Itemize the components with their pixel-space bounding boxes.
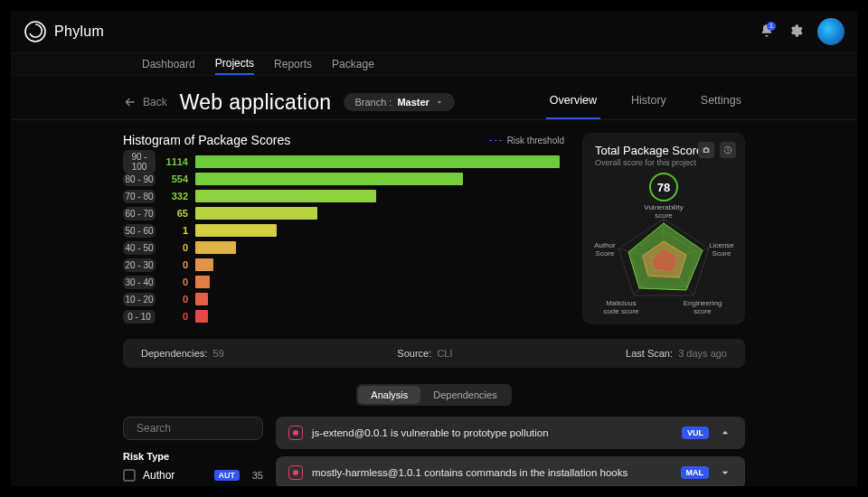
branch-selector[interactable]: Branch : Master xyxy=(344,93,454,111)
search-box[interactable] xyxy=(123,417,263,440)
chevron-down-icon xyxy=(435,98,444,107)
filter-badge: AUT xyxy=(214,470,241,481)
checkbox[interactable] xyxy=(123,469,136,482)
avatar[interactable] xyxy=(817,18,844,45)
issue-card[interactable]: js-extend@0.0.1 is vulnerable to prototy… xyxy=(276,417,745,449)
radar-label-top: Vulnerability score xyxy=(641,203,686,220)
chevron-down-icon[interactable] xyxy=(718,465,732,480)
hist-row: 60 - 7065 xyxy=(123,206,564,220)
branch-name: Master xyxy=(397,97,429,108)
bucket-count: 1 xyxy=(163,225,188,236)
issue-tag: VUL xyxy=(682,427,709,439)
tab-overview[interactable]: Overview xyxy=(546,85,600,119)
risk-threshold-legend: Risk threshold xyxy=(489,136,564,145)
score-card: Total Package Score Overall score for th… xyxy=(582,133,745,324)
bar xyxy=(195,173,463,185)
bucket-label: 10 - 20 xyxy=(123,293,156,306)
hist-row: 40 - 500 xyxy=(123,240,564,255)
issue-text: js-extend@0.0.1 is vulnerable to prototy… xyxy=(312,427,673,438)
hist-row: 90 - 1001114 xyxy=(123,155,564,169)
history-icon[interactable] xyxy=(720,142,736,158)
bucket-label: 50 - 60 xyxy=(123,224,156,238)
hist-row: 0 - 100 xyxy=(123,309,564,324)
bucket-label: 20 - 30 xyxy=(123,258,156,272)
score-value: 78 xyxy=(649,173,678,202)
back-label: Back xyxy=(143,96,167,108)
bar xyxy=(195,207,317,220)
bar xyxy=(195,258,213,271)
nav-item-projects[interactable]: Projects xyxy=(215,53,254,75)
notification-badge: 1 xyxy=(767,22,776,31)
hist-row: 80 - 90554 xyxy=(123,172,564,186)
bucket-label: 40 - 50 xyxy=(123,241,156,255)
nav-item-dashboard[interactable]: Dashboard xyxy=(142,53,195,75)
bucket-label: 30 - 40 xyxy=(123,276,156,289)
notification-icon[interactable]: 1 xyxy=(760,23,774,41)
bucket-count: 0 xyxy=(163,242,188,253)
bar xyxy=(195,293,208,305)
nav-item-reports[interactable]: Reports xyxy=(274,53,312,75)
chevron-up-icon[interactable] xyxy=(718,426,732,440)
bucket-count: 0 xyxy=(163,259,188,270)
score-subtitle: Overall score for this project xyxy=(595,158,732,167)
filter-count: 35 xyxy=(247,470,263,481)
arrow-left-icon xyxy=(123,95,137,109)
bar xyxy=(195,276,210,288)
issue-card[interactable]: mostly-harmless@1.0.1 contains commands … xyxy=(276,456,745,486)
hist-row: 50 - 601 xyxy=(123,223,564,238)
hist-row: 20 - 300 xyxy=(123,258,564,272)
bucket-label: 60 - 70 xyxy=(123,207,156,220)
filter-label: Author xyxy=(143,469,175,482)
back-button[interactable]: Back xyxy=(123,95,167,109)
bucket-count: 1114 xyxy=(163,156,188,167)
tab-history[interactable]: History xyxy=(627,85,670,119)
bar xyxy=(195,155,560,168)
logo-icon xyxy=(24,20,47,43)
radar-label-bl: Malicious code score xyxy=(599,299,643,315)
bucket-count: 332 xyxy=(163,191,188,202)
filter-row[interactable]: AuthorAUT35 xyxy=(123,469,263,482)
bucket-count: 554 xyxy=(163,173,188,184)
radar-label-left: Author Score xyxy=(589,241,621,258)
pill-dependencies[interactable]: Dependencies xyxy=(420,386,509,404)
bucket-count: 0 xyxy=(163,294,188,305)
tab-settings[interactable]: Settings xyxy=(697,85,745,119)
gear-icon[interactable] xyxy=(788,23,803,41)
bar xyxy=(195,190,376,202)
camera-icon[interactable] xyxy=(698,142,714,158)
bucket-count: 0 xyxy=(163,277,188,287)
bucket-label: 90 - 100 xyxy=(123,150,156,173)
severity-icon xyxy=(288,426,303,440)
bucket-label: 80 - 90 xyxy=(123,173,156,186)
branch-label: Branch : xyxy=(354,97,392,108)
bucket-label: 0 - 10 xyxy=(123,310,156,324)
bar xyxy=(195,224,277,237)
radar-label-br: Engineering score xyxy=(681,299,724,315)
bar xyxy=(195,241,236,254)
meta-bar: Dependencies: 59 Source: CLI Last Scan: … xyxy=(123,339,745,368)
histogram-title: Histogram of Package Scores xyxy=(123,133,290,147)
hist-row: 70 - 80332 xyxy=(123,189,564,203)
page-title: Web application xyxy=(180,90,332,115)
nav-item-package[interactable]: Package xyxy=(332,53,374,75)
bar xyxy=(195,310,208,323)
severity-icon xyxy=(288,465,303,480)
bucket-count: 65 xyxy=(163,208,188,219)
hist-row: 10 - 200 xyxy=(123,292,564,306)
search-input[interactable] xyxy=(137,422,272,435)
bucket-label: 70 - 80 xyxy=(123,190,156,203)
radar-label-right: License Score xyxy=(704,241,739,258)
brand-text: Phylum xyxy=(54,23,104,40)
bucket-count: 0 xyxy=(163,311,188,322)
pill-analysis[interactable]: Analysis xyxy=(358,386,420,404)
issue-tag: MAL xyxy=(681,466,710,479)
issue-text: mostly-harmless@1.0.1 contains commands … xyxy=(312,467,672,478)
brand: Phylum xyxy=(24,20,104,43)
radar-chart: Vulnerability score License Score Engine… xyxy=(596,205,731,314)
filter-title: Risk Type xyxy=(123,451,263,462)
hist-row: 30 - 400 xyxy=(123,275,564,289)
